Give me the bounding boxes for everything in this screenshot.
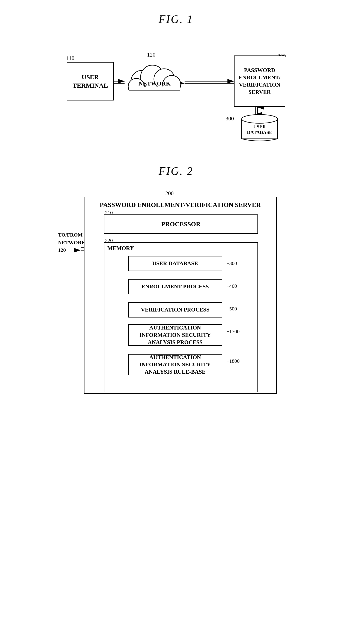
user-database-box: USER DATABASE [128, 256, 222, 271]
password-server-label: PASSWORD ENROLLMENT/ VERIFICATION SERVER [239, 67, 280, 96]
user-terminal-box: USER TERMINAL [67, 62, 114, 100]
ref-400-fig2: ⌐400 [227, 283, 237, 289]
svg-text:USER: USER [253, 124, 266, 130]
auth-analysis-box: AUTHENTICATION INFORMATION SECURITY ANAL… [128, 324, 222, 346]
ref-1700-fig2: ⌐1700 [227, 329, 239, 334]
svg-text:NETWORK: NETWORK [139, 80, 171, 87]
user-terminal-label: USER TERMINAL [73, 73, 108, 90]
processor-label: PROCESSOR [161, 220, 200, 228]
fig2-section: TO/FROM NETWORK 120 200 [17, 188, 335, 402]
enrollment-process-box: ENROLLMENT PROCESS [128, 279, 222, 294]
svg-point-19 [242, 114, 277, 124]
password-server-box: PASSWORD ENROLLMENT/ VERIFICATION SERVER [234, 56, 285, 107]
server-outer-box: PASSWORD ENROLLMENT/VERIFICATION SERVER … [84, 197, 277, 394]
ref-220: 220 [105, 238, 113, 243]
network-cloud: NETWORK [125, 53, 185, 102]
ref-500-fig2: ⌐500 [227, 306, 237, 312]
svg-text:DATABASE: DATABASE [247, 130, 272, 135]
fig2-title: FIG. 2 [159, 165, 194, 178]
memory-label: MEMORY [104, 243, 257, 252]
memory-box: MEMORY USER DATABASE ⌐300 ENROLLMENT PRO… [104, 242, 258, 392]
processor-box: PROCESSOR [104, 214, 258, 234]
fig1-title: FIG. 1 [159, 13, 194, 26]
verification-process-box: VERIFICATION PROCESS [128, 302, 222, 318]
ref-300: 300 [225, 116, 234, 122]
ref-110: 110 [66, 55, 74, 62]
server-title: PASSWORD ENROLLMENT/VERIFICATION SERVER [85, 197, 276, 210]
ref-210: 210 [105, 210, 113, 216]
fig2-diagram: TO/FROM NETWORK 120 200 [58, 188, 294, 402]
ref-1800-fig2: ⌐1800 [227, 358, 239, 364]
fig1-diagram: 110 USER TERMINAL 120 [58, 36, 294, 143]
svg-rect-15 [129, 86, 180, 100]
to-from-label: TO/FROM NETWORK 120 [58, 231, 86, 254]
user-database-cylinder: USER DATABASE [238, 113, 281, 141]
page: FIG. 1 [0, 0, 352, 644]
ref-200-fig2: 200 [165, 190, 174, 197]
auth-rule-base-box: AUTHENTICATION INFORMATION SECURITY ANAL… [128, 354, 222, 375]
ref-300-fig2: ⌐300 [227, 260, 237, 266]
